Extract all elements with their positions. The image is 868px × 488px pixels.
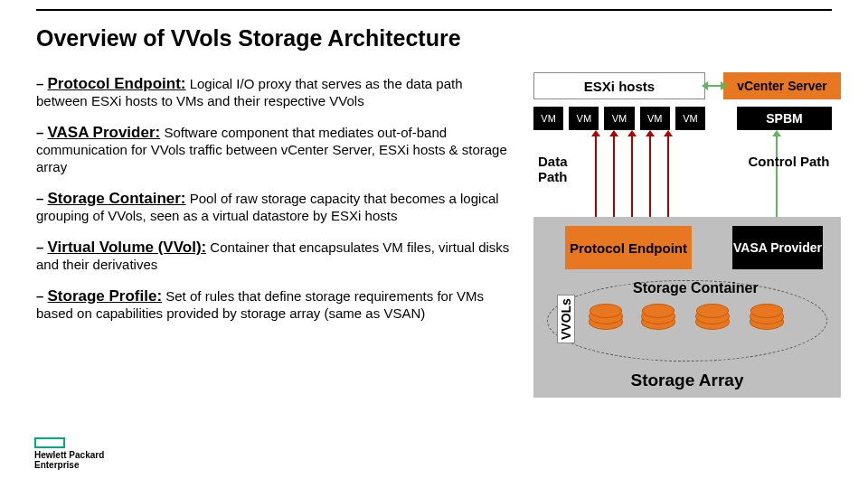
protocol-endpoint-box: Protocol Endpoint (565, 226, 692, 269)
hpe-logo-line2: Enterprise (34, 461, 104, 471)
storage-area: Protocol Endpoint VASA Provider Storage … (533, 217, 841, 398)
vm-box: VM (604, 107, 634, 130)
data-path-arrow (667, 136, 669, 221)
vm-box: VM (533, 107, 563, 130)
def-protocol-endpoint: – Protocol Endpoint: Logical I/O proxy t… (36, 74, 515, 110)
vasa-provider-box: VASA Provider (732, 226, 823, 269)
vm-box: VM (675, 107, 705, 130)
spbm-box: SPBM (737, 107, 832, 130)
control-path-label: Control Path (737, 154, 841, 169)
storage-container-label: Storage Container (633, 280, 759, 296)
control-path-arrow (776, 136, 778, 221)
hpe-logo-line1: Hewlett Packard (34, 451, 104, 461)
storage-array-label: Storage Array (533, 371, 841, 390)
page-title: Overview of VVols Storage Architecture (36, 25, 461, 52)
def-storage-container: – Storage Container: Pool of raw storage… (36, 189, 515, 225)
hpe-logo: Hewlett Packard Enterprise (34, 437, 104, 470)
control-path-arrow (707, 85, 722, 87)
definitions-list: – Protocol Endpoint: Logical I/O proxy t… (36, 74, 515, 335)
architecture-diagram: ESXi hosts vCenter Server SPBM VM VM VM … (533, 72, 841, 425)
vvol-disk-icon (590, 304, 622, 318)
def-virtual-volume: – Virtual Volume (VVol): Container that … (36, 238, 515, 274)
vm-row: VM VM VM VM VM (533, 107, 705, 130)
top-rule (36, 9, 832, 11)
vcenter-box: vCenter Server (723, 72, 841, 99)
data-path-arrow (595, 136, 597, 221)
data-path-arrow (631, 136, 633, 221)
esxi-hosts-box: ESXi hosts (533, 72, 705, 99)
data-path-arrow (649, 136, 651, 221)
def-storage-profile: – Storage Profile: Set of rules that def… (36, 286, 515, 323)
hpe-logo-bar-icon (34, 437, 65, 448)
data-path-label: Data Path (538, 154, 588, 184)
data-path-arrow (613, 136, 615, 221)
vvol-disk-icon (750, 304, 783, 318)
def-vasa-provider: – VASA Provider: Software component that… (36, 123, 515, 176)
vm-box: VM (569, 107, 599, 130)
vvols-label: VVOLs (557, 295, 575, 343)
vvol-disk-icon (642, 304, 675, 318)
vm-box: VM (640, 107, 670, 130)
vvol-disk-icon (696, 304, 729, 318)
